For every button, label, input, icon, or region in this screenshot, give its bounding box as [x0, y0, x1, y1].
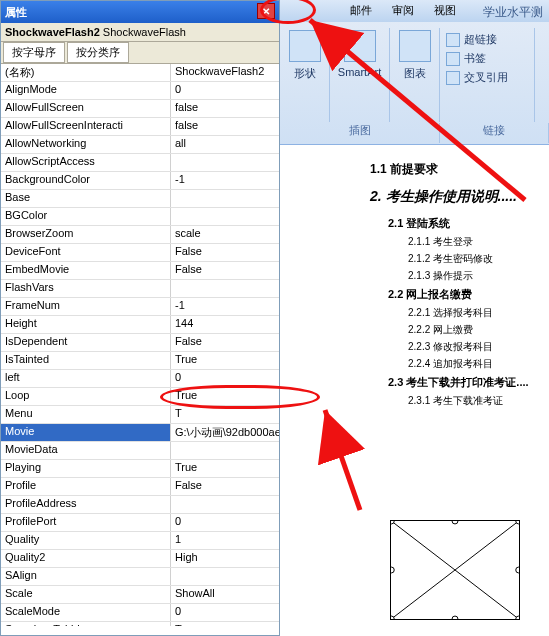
property-name: (名称): [1, 64, 171, 81]
property-row[interactable]: DeviceFontFalse: [1, 244, 279, 262]
property-value[interactable]: 0: [171, 82, 279, 99]
ribbon-bookmark-button[interactable]: 书签: [446, 51, 486, 66]
flash-object-placeholder[interactable]: [390, 520, 520, 620]
property-row[interactable]: AlignMode0: [1, 82, 279, 100]
property-row[interactable]: FrameNum-1: [1, 298, 279, 316]
object-selector[interactable]: ShockwaveFlash2 ShockwaveFlash: [1, 23, 279, 42]
property-name: FlashVars: [1, 280, 171, 297]
property-value[interactable]: all: [171, 136, 279, 153]
property-row[interactable]: Height144: [1, 316, 279, 334]
tab-view[interactable]: 视图: [424, 0, 466, 22]
property-name: Profile: [1, 478, 171, 495]
tab-mail[interactable]: 邮件: [340, 0, 382, 22]
property-row[interactable]: IsDependentFalse: [1, 334, 279, 352]
property-name: SeamlessTabbing: [1, 622, 171, 626]
property-row[interactable]: BackgroundColor-1: [1, 172, 279, 190]
property-row[interactable]: IsTaintedTrue: [1, 352, 279, 370]
heading-2-3-1: 2.3.1 考生下载准考证: [408, 394, 529, 408]
property-value[interactable]: ShowAll: [171, 586, 279, 603]
property-row[interactable]: ProfilePort0: [1, 514, 279, 532]
property-row[interactable]: AllowScriptAccess: [1, 154, 279, 172]
property-value[interactable]: false: [171, 100, 279, 117]
property-value[interactable]: -1: [171, 298, 279, 315]
property-value[interactable]: false: [171, 118, 279, 135]
property-row[interactable]: ScaleMode0: [1, 604, 279, 622]
property-value[interactable]: True: [171, 388, 279, 405]
property-value[interactable]: [171, 442, 279, 459]
property-name: BGColor: [1, 208, 171, 225]
property-name: ProfileAddress: [1, 496, 171, 513]
property-value[interactable]: [171, 208, 279, 225]
property-row[interactable]: left0: [1, 370, 279, 388]
properties-grid[interactable]: (名称)ShockwaveFlash2AlignMode0AllowFullSc…: [1, 64, 279, 626]
ribbon-smartart-button[interactable]: SmartArt: [330, 28, 390, 122]
property-value[interactable]: 0: [171, 604, 279, 621]
property-value[interactable]: True: [171, 460, 279, 477]
property-row[interactable]: MovieData: [1, 442, 279, 460]
property-row[interactable]: ProfileAddress: [1, 496, 279, 514]
property-value[interactable]: True: [171, 352, 279, 369]
ribbon-hyperlink-button[interactable]: 超链接: [446, 32, 497, 47]
ribbon-shapes-button[interactable]: 形状: [280, 28, 330, 122]
property-row[interactable]: SAlign: [1, 568, 279, 586]
property-row[interactable]: FlashVars: [1, 280, 279, 298]
ribbon-chart-button[interactable]: 图表: [390, 28, 440, 122]
property-value[interactable]: True: [171, 622, 279, 626]
ribbon: 学业水平测 邮件 审阅 视图 形状 SmartArt 图表 超链接 书签 交叉引…: [280, 0, 549, 145]
property-name: Quality2: [1, 550, 171, 567]
property-row[interactable]: EmbedMovieFalse: [1, 262, 279, 280]
property-name: Playing: [1, 460, 171, 477]
property-row[interactable]: PlayingTrue: [1, 460, 279, 478]
hyperlink-icon: [446, 33, 460, 47]
property-name: BrowserZoom: [1, 226, 171, 243]
property-value[interactable]: ShockwaveFlash2: [171, 64, 279, 81]
property-value[interactable]: scale: [171, 226, 279, 243]
property-row[interactable]: AllowFullScreenInteractifalse: [1, 118, 279, 136]
property-value[interactable]: False: [171, 478, 279, 495]
property-value[interactable]: 0: [171, 370, 279, 387]
tab-sort-alpha[interactable]: 按字母序: [3, 42, 65, 63]
property-value[interactable]: 1: [171, 532, 279, 549]
property-name: AllowFullScreenInteracti: [1, 118, 171, 135]
property-value[interactable]: [171, 154, 279, 171]
property-value[interactable]: [171, 190, 279, 207]
property-value[interactable]: 0: [171, 514, 279, 531]
property-name: IsDependent: [1, 334, 171, 351]
property-row[interactable]: AllowFullScreenfalse: [1, 100, 279, 118]
properties-titlebar[interactable]: 属性 ✕: [1, 1, 279, 23]
property-value[interactable]: False: [171, 262, 279, 279]
property-value[interactable]: -1: [171, 172, 279, 189]
property-row[interactable]: Quality1: [1, 532, 279, 550]
property-row[interactable]: AllowNetworkingall: [1, 136, 279, 154]
property-row[interactable]: Quality2High: [1, 550, 279, 568]
bookmark-icon: [446, 52, 460, 66]
property-value[interactable]: 144: [171, 316, 279, 333]
property-value[interactable]: T: [171, 406, 279, 423]
property-value[interactable]: False: [171, 334, 279, 351]
crossref-icon: [446, 71, 460, 85]
property-value[interactable]: [171, 280, 279, 297]
property-name: MovieData: [1, 442, 171, 459]
property-row[interactable]: BrowserZoomscale: [1, 226, 279, 244]
property-row[interactable]: SeamlessTabbingTrue: [1, 622, 279, 626]
property-row[interactable]: (名称)ShockwaveFlash2: [1, 64, 279, 82]
property-name: AllowScriptAccess: [1, 154, 171, 171]
property-row[interactable]: MenuT: [1, 406, 279, 424]
property-row[interactable]: ProfileFalse: [1, 478, 279, 496]
ribbon-group-links: 链接: [440, 123, 549, 143]
property-value[interactable]: G:\小动画\92db000ae6e88: [171, 424, 279, 441]
property-row[interactable]: BGColor: [1, 208, 279, 226]
property-value[interactable]: [171, 496, 279, 513]
tab-sort-category[interactable]: 按分类序: [67, 42, 129, 63]
property-row[interactable]: Base: [1, 190, 279, 208]
property-value[interactable]: High: [171, 550, 279, 567]
property-value[interactable]: [171, 568, 279, 585]
close-icon[interactable]: ✕: [257, 3, 275, 19]
property-row[interactable]: MovieG:\小动画\92db000ae6e88: [1, 424, 279, 442]
property-value[interactable]: False: [171, 244, 279, 261]
heading-2-2-4: 2.2.4 追加报考科目: [408, 357, 529, 371]
property-row[interactable]: ScaleShowAll: [1, 586, 279, 604]
ribbon-crossref-button[interactable]: 交叉引用: [446, 70, 508, 85]
tab-review[interactable]: 审阅: [382, 0, 424, 22]
property-row[interactable]: LoopTrue: [1, 388, 279, 406]
